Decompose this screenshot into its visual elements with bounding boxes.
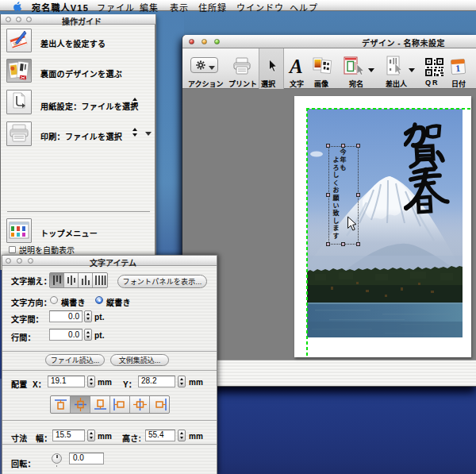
svg-text:1: 1 [455, 63, 461, 74]
